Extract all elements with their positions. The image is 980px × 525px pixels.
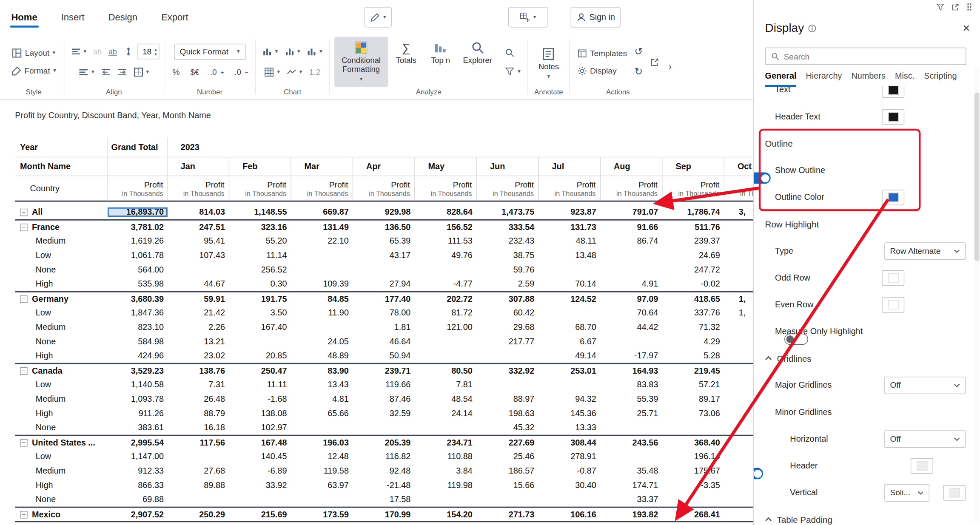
month-header-mar[interactable]: Mar [291, 157, 353, 176]
value-cell[interactable]: 124.52 [539, 294, 601, 304]
value-cell[interactable]: 13.43 [291, 380, 353, 389]
value-cell[interactable]: 1,061.78 [108, 250, 168, 260]
value-cell[interactable]: -4.77 [415, 279, 477, 289]
value-cell[interactable]: 828.64 [415, 207, 477, 217]
month-header-jul[interactable]: Jul [539, 157, 601, 176]
value-cell[interactable]: 202.72 [415, 294, 477, 304]
decrease-decimal-button[interactable]: .0− [232, 65, 251, 79]
major-gridlines-dropdown[interactable]: Off [884, 376, 966, 394]
horizontal-gridlines-dropdown[interactable]: Off [884, 430, 966, 448]
value-cell[interactable]: 107.43 [168, 250, 229, 260]
format-button[interactable]: Format ▾ [8, 64, 59, 78]
outline-color-swatch[interactable] [882, 189, 904, 205]
value-cell[interactable]: 55.20 [229, 236, 291, 245]
value-cell[interactable]: 791.07 [601, 207, 662, 217]
value-cell[interactable]: 13.33 [539, 423, 601, 432]
month-header-apr[interactable]: Apr [353, 157, 415, 176]
value-cell[interactable]: 669.87 [291, 207, 353, 217]
value-cell[interactable]: 81.72 [415, 308, 477, 317]
row-header[interactable]: None [15, 423, 107, 432]
panel-tab-misc[interactable]: Misc. [895, 70, 914, 85]
row-header[interactable]: Medium [15, 394, 107, 403]
value-cell[interactable]: 102.97 [229, 423, 291, 432]
value-cell[interactable]: 38.75 [477, 250, 538, 260]
value-cell[interactable]: 243.56 [601, 438, 662, 447]
ribbon-expand-button[interactable]: › [666, 59, 675, 75]
value-cell[interactable]: 191.75 [229, 294, 291, 304]
sign-in-button[interactable]: Sign in [571, 7, 621, 27]
value-cell[interactable]: 912.33 [108, 466, 168, 475]
borders-button[interactable]: ▾ [131, 65, 151, 79]
column-chart-button[interactable]: ▾ [260, 45, 281, 58]
value-cell[interactable]: 219.45 [663, 366, 724, 375]
value-cell[interactable]: 48.54 [415, 394, 477, 403]
value-cell[interactable]: 12.48 [291, 451, 353, 461]
value-cell[interactable]: 87.46 [353, 394, 415, 403]
ribbon-tab-design[interactable]: Design [107, 3, 139, 32]
collapse-icon[interactable]: − [20, 439, 28, 446]
value-cell[interactable]: 43.17 [353, 250, 415, 260]
value-cell[interactable]: 78.00 [353, 308, 415, 317]
value-cell[interactable]: 1.81 [353, 322, 415, 332]
panel-tab-hierarchy[interactable]: Hierarchy [806, 70, 842, 85]
value-cell[interactable]: 83.90 [291, 366, 353, 375]
templates-button[interactable]: Templates [574, 46, 630, 60]
value-cell[interactable]: 177.40 [353, 294, 415, 304]
value-cell[interactable]: 65.66 [291, 409, 353, 418]
value-cell[interactable]: 535.98 [108, 279, 168, 289]
value-cell[interactable]: 70.14 [539, 279, 601, 289]
value-cell[interactable]: 11.11 [229, 380, 291, 389]
value-cell[interactable]: 3,680.39 [108, 294, 168, 304]
value-cell[interactable]: 59.91 [168, 294, 229, 304]
row-header[interactable]: −All [15, 207, 107, 217]
value-cell[interactable]: 121.00 [415, 322, 477, 332]
value-cell[interactable]: 174.71 [601, 480, 662, 490]
value-cell[interactable]: 119.98 [415, 480, 477, 490]
value-cell[interactable]: 25.46 [477, 451, 538, 461]
value-cell[interactable]: 418.65 [663, 294, 724, 304]
value-cell[interactable]: 48.11 [539, 236, 601, 245]
value-cell[interactable]: 278.91 [539, 451, 601, 461]
value-cell[interactable]: 1,093.78 [108, 394, 168, 403]
value-cell[interactable]: 1,147.00 [108, 451, 168, 461]
row-header[interactable]: High [15, 409, 107, 418]
value-cell[interactable]: 63.97 [291, 480, 353, 490]
value-cell[interactable]: 4.81 [291, 394, 353, 403]
value-cell[interactable]: 232.43 [477, 236, 538, 245]
row-header[interactable]: Low [15, 250, 107, 260]
value-cell[interactable]: 20.85 [229, 351, 291, 360]
value-cell[interactable]: 3, [724, 207, 753, 217]
value-cell[interactable]: 138.76 [168, 366, 229, 375]
value-cell[interactable]: 1, [724, 308, 753, 317]
value-cell[interactable]: 196.03 [291, 438, 353, 447]
value-cell[interactable]: 73.06 [663, 409, 724, 418]
value-cell[interactable]: 30.40 [539, 480, 601, 490]
value-cell[interactable]: 3.50 [229, 308, 291, 317]
row-highlight-type-dropdown[interactable]: Row Alternate [884, 242, 966, 259]
header-gridline-color-swatch[interactable] [911, 458, 933, 474]
percent-format-button[interactable]: % [170, 65, 182, 79]
collapse-icon[interactable]: − [20, 367, 28, 375]
value-cell[interactable]: 271.73 [477, 510, 538, 519]
value-cell[interactable]: 33.92 [229, 480, 291, 490]
currency-format-button[interactable]: $€ [188, 65, 202, 79]
month-header-feb[interactable]: Feb [229, 157, 291, 176]
value-cell[interactable]: 167.48 [229, 438, 291, 447]
collapse-icon[interactable]: − [20, 208, 28, 216]
text-wrap-button[interactable]: ab [106, 45, 119, 58]
redo-button[interactable]: ↻ [632, 65, 645, 79]
value-cell[interactable]: 86.74 [601, 236, 662, 245]
value-cell[interactable]: 15.66 [477, 480, 538, 490]
value-cell[interactable]: 1, [724, 294, 753, 304]
value-cell[interactable]: 193.82 [601, 510, 662, 519]
value-cell[interactable]: 145.36 [539, 409, 601, 418]
value-cell[interactable]: 511.76 [663, 222, 724, 232]
value-cell[interactable]: 923.87 [539, 207, 601, 217]
text-align-button[interactable]: ▾ [68, 45, 89, 58]
value-cell[interactable]: 217.77 [477, 337, 538, 346]
undo-button[interactable]: ↺ [632, 45, 645, 59]
value-cell[interactable]: 5.28 [663, 351, 724, 360]
value-cell[interactable]: -3.35 [663, 480, 724, 490]
row-header[interactable]: Low [15, 308, 107, 317]
panel-scrollbar[interactable] [974, 68, 980, 522]
